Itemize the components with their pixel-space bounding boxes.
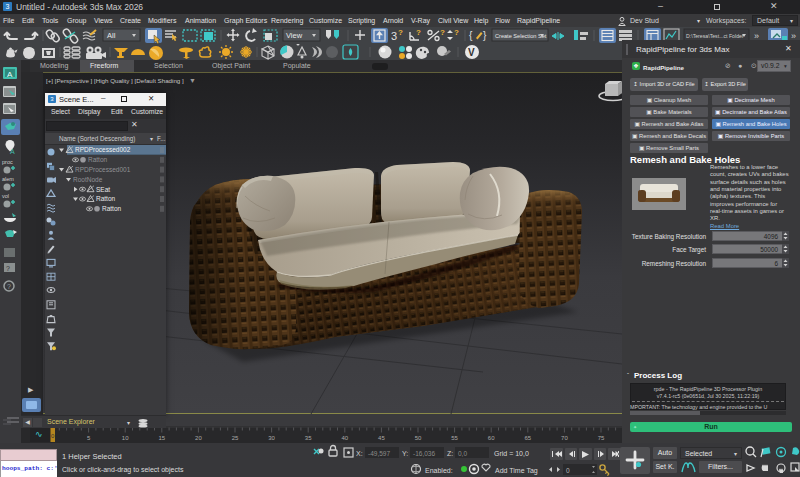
- svg-text:alem: alem: [2, 176, 14, 182]
- svg-text:vol: vol: [2, 193, 9, 199]
- svg-text:35: 35: [305, 435, 312, 441]
- svg-text:SEat: SEat: [96, 186, 110, 193]
- svg-text:5: 5: [87, 435, 91, 441]
- svg-text:?: ?: [7, 283, 11, 290]
- svg-text:75: 75: [598, 435, 605, 441]
- svg-text:10: 10: [122, 435, 129, 441]
- svg-text:20: 20: [195, 435, 202, 441]
- svg-text:Y:: Y:: [402, 450, 408, 457]
- svg-text:25: 25: [232, 435, 239, 441]
- svg-text:0: 0: [566, 467, 570, 474]
- svg-text:3: 3: [391, 30, 397, 42]
- svg-text:15: 15: [158, 435, 165, 441]
- svg-text:55: 55: [451, 435, 458, 441]
- svg-text:?: ?: [440, 28, 445, 37]
- svg-text:Ratton: Ratton: [88, 156, 108, 163]
- svg-text:60: 60: [488, 435, 495, 441]
- svg-text:View: View: [286, 31, 303, 40]
- svg-text:-49,597: -49,597: [368, 450, 390, 457]
- svg-text:Enabled:: Enabled:: [425, 467, 453, 474]
- svg-text:50: 50: [415, 435, 422, 441]
- svg-text:RPDProcessed002: RPDProcessed002: [75, 146, 131, 153]
- svg-text:-16,036: -16,036: [413, 450, 435, 457]
- svg-text:0,0: 0,0: [458, 450, 467, 457]
- svg-text:Ratton: Ratton: [102, 205, 122, 212]
- svg-text:RootNode: RootNode: [73, 176, 103, 183]
- svg-text:All: All: [107, 31, 116, 40]
- svg-text:?: ?: [454, 28, 459, 37]
- svg-text:V: V: [468, 47, 475, 58]
- svg-text:Create Selection Set: Create Selection Set: [495, 33, 547, 39]
- svg-text:40: 40: [341, 435, 348, 441]
- svg-text:{: {: [469, 30, 473, 41]
- svg-text:70: 70: [561, 435, 568, 441]
- svg-text:Ratton: Ratton: [96, 195, 116, 202]
- svg-text:proc: proc: [2, 159, 13, 165]
- svg-text:30: 30: [268, 435, 275, 441]
- svg-text:65: 65: [524, 435, 531, 441]
- svg-text:Add Time Tag: Add Time Tag: [495, 467, 538, 475]
- svg-text:?: ?: [416, 28, 421, 37]
- svg-text:D:\Teresa\Test...ct Folder: D:\Teresa\Test...ct Folder: [686, 33, 744, 39]
- svg-text:?: ?: [398, 28, 403, 37]
- svg-text:RPDProcessed001: RPDProcessed001: [75, 166, 131, 173]
- svg-text:X:: X:: [356, 450, 363, 457]
- svg-text:Grid = 10,0: Grid = 10,0: [494, 450, 529, 457]
- svg-text:?: ?: [6, 265, 10, 272]
- svg-text:A: A: [7, 70, 13, 79]
- svg-text:A: A: [10, 148, 15, 155]
- svg-text:Z:: Z:: [447, 450, 453, 457]
- svg-text:45: 45: [378, 435, 385, 441]
- svg-text:}: }: [483, 30, 487, 41]
